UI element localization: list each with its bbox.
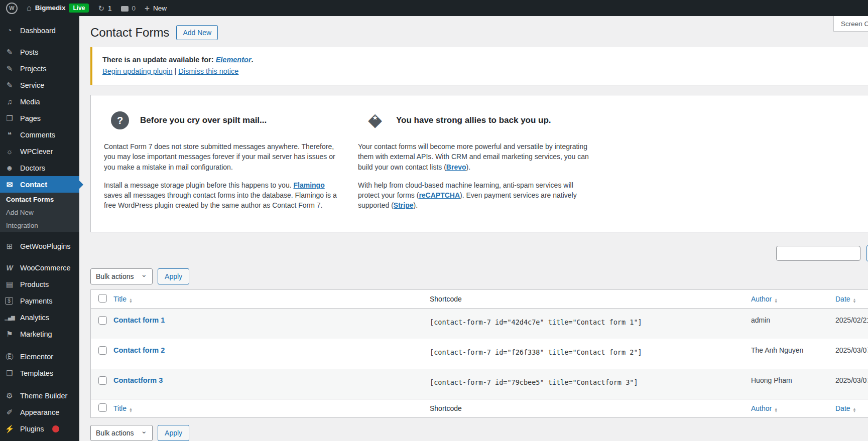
brevo-link[interactable]: Brevo: [446, 163, 466, 171]
sidebar-item-posts[interactable]: ✎ Posts: [0, 44, 79, 60]
layout: ◔ Dashboard ✎ Posts ✎ Projects ✎ Service…: [0, 16, 868, 441]
bulk-actions-label: Bulk actions: [96, 272, 134, 280]
allies-column: ◆★ You have strong allies to back you up…: [358, 111, 595, 219]
sidebar-item-label: Pages: [20, 114, 41, 122]
sidebar-item-templates[interactable]: ❒ Templates: [0, 365, 79, 381]
paragraph: Your contact forms will become more powe…: [358, 141, 595, 172]
form-title-link[interactable]: Contactform 3: [113, 376, 163, 384]
wordpress-logo-icon: W: [6, 3, 18, 14]
cell-shortcode: [contact-form-7 id="42d4c7e" title="Cont…: [430, 309, 751, 326]
search-input[interactable]: [776, 246, 860, 261]
sidebar-item-payments[interactable]: $ Payments: [0, 292, 79, 309]
cell-title: Contactform 3: [113, 369, 430, 384]
sort-by-date-link[interactable]: Date: [835, 404, 850, 412]
cell-author: admin: [751, 309, 835, 324]
column-heading: You have strong allies to back you up.: [396, 115, 551, 125]
sort-by-author-link[interactable]: Author: [751, 295, 772, 303]
text: saves all messages through contact forms…: [104, 191, 337, 209]
bulk-actions-select[interactable]: Bulk actions⌄: [90, 268, 153, 284]
cell-date: 2025/03/07: [835, 369, 868, 384]
bar-chart-icon: ▁▄▆: [4, 315, 15, 320]
bulk-actions-select[interactable]: Bulk actions⌄: [90, 425, 153, 441]
sidebar-item-products[interactable]: ▤ Products: [0, 276, 79, 292]
sort-by-title-link[interactable]: Title: [113, 295, 127, 303]
sidebar-item-dashboard[interactable]: ◔ Dashboard: [0, 22, 79, 39]
updates-link[interactable]: ↻ 1: [98, 5, 111, 12]
sidebar-item-label: WPClever: [20, 148, 53, 156]
new-content-menu[interactable]: + New: [145, 4, 167, 13]
woocommerce-icon: W: [4, 264, 15, 271]
sidebar-item-elementor[interactable]: Ⓔ Elementor: [0, 348, 79, 365]
header-cell-shortcode: Shortcode: [430, 295, 751, 303]
apply-button[interactable]: Apply: [158, 425, 189, 441]
form-title-link[interactable]: Contact form 2: [113, 346, 165, 354]
add-new-button[interactable]: Add New: [176, 25, 218, 40]
row-checkbox[interactable]: [98, 376, 107, 385]
sidebar-item-pages[interactable]: ❐ Pages: [0, 110, 79, 126]
text: Install a message storage plugin before …: [104, 181, 293, 189]
elementor-icon: Ⓔ: [4, 353, 15, 360]
site-name: Bigmedix: [35, 4, 66, 12]
sidebar-item-label: Elementor: [20, 353, 53, 361]
sidebar-item-doctors[interactable]: ☻ Doctors: [0, 160, 79, 176]
search-row: [90, 245, 868, 261]
select-all-checkbox[interactable]: [98, 403, 107, 412]
stripe-link[interactable]: Stripe: [394, 201, 414, 209]
sidebar-item-label: Projects: [20, 65, 46, 73]
sidebar-item-projects[interactable]: ✎ Projects: [0, 60, 79, 77]
pushpin-icon: ✎: [4, 48, 15, 56]
begin-updating-link[interactable]: Begin updating plugin: [102, 67, 172, 75]
submenu-item-contact-forms[interactable]: Contact Forms: [0, 193, 79, 206]
sidebar-item-getwooplugins[interactable]: ⊞ GetWooPlugins: [0, 238, 79, 254]
pages-icon: ❐: [4, 114, 15, 122]
table-header-row: Title▲▼ Shortcode Author▲▼ Date▲▼: [91, 290, 868, 309]
form-title-link[interactable]: Contact form 1: [113, 316, 165, 324]
screen-options-tab[interactable]: Screen O: [833, 16, 868, 32]
row-checkbox[interactable]: [98, 316, 107, 325]
sidebar-item-theme-builder[interactable]: ⚙ Theme Builder: [0, 387, 79, 404]
cell-checkbox: [91, 309, 113, 326]
sidebar-item-plugins[interactable]: ⚡ Plugins: [0, 420, 79, 437]
sort-by-date-link[interactable]: Date: [835, 295, 850, 303]
submenu-item-integration[interactable]: Integration: [0, 219, 79, 232]
flamingo-link[interactable]: Flamingo: [293, 181, 324, 189]
sidebar-item-appearance[interactable]: ✐ Appearance: [0, 404, 79, 420]
lightbulb-icon: ☼: [4, 148, 15, 155]
dismiss-notice-link[interactable]: Dismiss this notice: [178, 67, 238, 75]
live-badge: Live: [69, 4, 89, 13]
sort-icon: ▲▼: [129, 298, 133, 303]
sidebar-item-media[interactable]: ♫ Media: [0, 93, 79, 110]
admin-sidebar: ◔ Dashboard ✎ Posts ✎ Projects ✎ Service…: [0, 16, 79, 441]
sidebar-item-label: Products: [20, 280, 49, 288]
sidebar-item-contact[interactable]: ✉ Contact: [0, 176, 79, 193]
sidebar-item-marketing[interactable]: ⚑ Marketing: [0, 326, 79, 342]
wordpress-menu[interactable]: W: [6, 3, 18, 14]
submenu-item-add-new[interactable]: Add New: [0, 206, 79, 219]
select-all-checkbox[interactable]: [98, 294, 107, 303]
sidebar-item-service[interactable]: ✎ Service: [0, 77, 79, 93]
site-link[interactable]: ⌂ Bigmedix Live: [27, 4, 89, 13]
update-count: 1: [108, 5, 112, 12]
sort-icon: ▲▼: [774, 298, 778, 303]
page-title: Contact Forms: [90, 26, 169, 40]
column-heading-row: ◆★ You have strong allies to back you up…: [358, 111, 595, 129]
sort-by-title-link[interactable]: Title: [113, 404, 127, 412]
sidebar-item-woocommerce[interactable]: W WooCommerce: [0, 259, 79, 276]
comments-link[interactable]: 0: [121, 5, 136, 12]
update-notice: There is an update available for: Elemen…: [90, 47, 868, 85]
sidebar-item-wpclever[interactable]: ☼ WPClever: [0, 143, 79, 160]
pushpin-icon: ✎: [4, 65, 15, 72]
row-checkbox[interactable]: [98, 346, 107, 355]
sort-icon: ▲▼: [853, 407, 856, 412]
elementor-update-link[interactable]: Elementor: [216, 56, 252, 64]
home-icon: ⌂: [27, 4, 32, 12]
sort-by-author-link[interactable]: Author: [751, 404, 772, 412]
recaptcha-link[interactable]: reCAPTCHA: [419, 191, 460, 199]
chevron-down-icon: ⌄: [141, 270, 147, 279]
sidebar-item-analytics[interactable]: ▁▄▆ Analytics: [0, 309, 79, 326]
sidebar-item-label: WooCommerce: [20, 264, 70, 272]
cell-author: Huong Pham: [751, 369, 835, 384]
update-count-badge: [52, 425, 59, 432]
sidebar-item-comments[interactable]: ❝ Comments: [0, 126, 79, 143]
apply-button[interactable]: Apply: [158, 268, 189, 284]
